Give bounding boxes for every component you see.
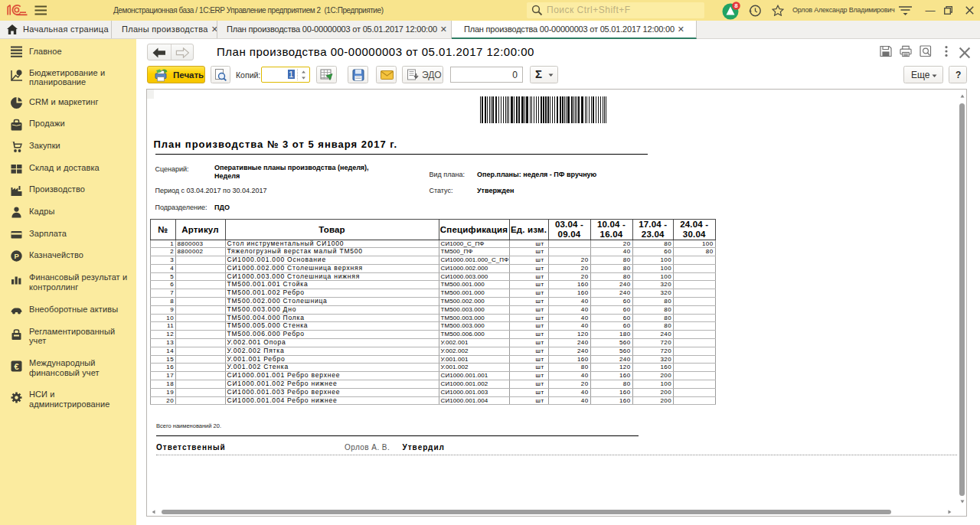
svg-text:P: P <box>15 252 20 260</box>
svg-text:€: € <box>14 361 18 370</box>
svg-text:8: 8 <box>734 2 738 9</box>
